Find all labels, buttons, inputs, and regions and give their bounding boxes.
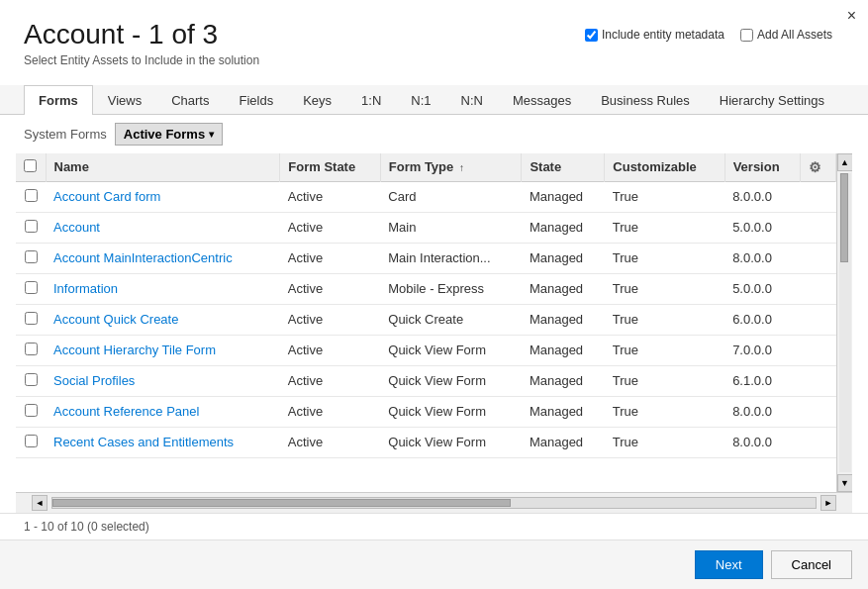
row-checkbox[interactable] <box>25 404 38 417</box>
row-customizable: True <box>605 273 724 304</box>
active-forms-dropdown[interactable]: Active Forms ▾ <box>115 123 223 146</box>
row-checkbox[interactable] <box>25 312 38 325</box>
row-name[interactable]: Account Quick Create <box>46 304 280 335</box>
row-form-type: Quick View Form <box>380 365 522 396</box>
toolbar: System Forms Active Forms ▾ <box>0 115 868 153</box>
th-customizable[interactable]: Customizable <box>605 153 724 182</box>
tab-messages[interactable]: Messages <box>498 85 586 115</box>
row-checkbox[interactable] <box>25 343 38 355</box>
horizontal-scrollbar[interactable]: ◄ ► <box>16 492 852 513</box>
row-checkbox[interactable] <box>25 281 38 294</box>
row-checkbox-cell[interactable] <box>16 181 46 212</box>
close-button[interactable]: × <box>847 8 856 24</box>
table-container: Name Form State Form Type ↑ State Custom… <box>0 153 868 513</box>
tab-keys[interactable]: Keys <box>288 85 346 115</box>
row-state: Managed <box>522 181 605 212</box>
scroll-left-button[interactable]: ◄ <box>32 495 48 511</box>
row-gear-cell <box>801 427 836 457</box>
footer-count: 1 - 10 of 10 (0 selected) <box>0 513 868 540</box>
row-form-type: Quick View Form <box>380 396 522 427</box>
row-gear-cell <box>801 365 836 396</box>
add-all-assets-checkbox[interactable] <box>740 29 753 42</box>
row-name[interactable]: Account Reference Panel <box>46 396 280 427</box>
tab-charts[interactable]: Charts <box>156 85 224 115</box>
tab-forms[interactable]: Forms <box>24 85 93 115</box>
row-checkbox-cell[interactable] <box>16 365 46 396</box>
row-checkbox[interactable] <box>25 220 38 233</box>
dialog-header: Account - 1 of 3 Select Entity Assets to… <box>0 0 868 77</box>
row-version: 8.0.0.0 <box>724 243 800 273</box>
table-scroll-area[interactable]: Name Form State Form Type ↑ State Custom… <box>16 153 836 492</box>
system-forms-label: System Forms <box>24 127 107 142</box>
row-form-state: Active <box>280 365 380 396</box>
row-name[interactable]: Social Profiles <box>46 365 280 396</box>
cancel-button[interactable]: Cancel <box>771 550 852 579</box>
add-all-assets-checkbox-label[interactable]: Add All Assets <box>740 28 832 42</box>
tab-hierarchy-settings[interactable]: Hierarchy Settings <box>705 85 839 115</box>
th-gear[interactable]: ⚙ <box>801 153 836 182</box>
tab-n1[interactable]: N:1 <box>396 85 445 115</box>
row-customizable: True <box>605 396 724 427</box>
th-state[interactable]: State <box>522 153 605 182</box>
next-button[interactable]: Next <box>695 550 763 579</box>
row-name[interactable]: Account MainInteractionCentric <box>46 243 280 273</box>
row-name[interactable]: Information <box>46 273 280 304</box>
th-form-type[interactable]: Form Type ↑ <box>380 153 522 182</box>
scroll-right-button[interactable]: ► <box>820 495 836 511</box>
row-checkbox-cell[interactable] <box>16 243 46 273</box>
row-checkbox-cell[interactable] <box>16 396 46 427</box>
row-gear-cell <box>801 181 836 212</box>
row-name[interactable]: Account Hierarchy Tile Form <box>46 335 280 365</box>
row-form-state: Active <box>280 335 380 365</box>
row-form-type: Quick Create <box>380 304 522 335</box>
row-form-state: Active <box>280 243 380 273</box>
row-version: 7.0.0.0 <box>724 335 800 365</box>
row-form-type: Card <box>380 181 522 212</box>
tabs-bar: Forms Views Charts Fields Keys 1:N N:1 N… <box>0 85 868 115</box>
th-form-state[interactable]: Form State <box>280 153 380 182</box>
table-row: Account MainInteractionCentricActiveMain… <box>16 243 836 273</box>
row-version: 8.0.0.0 <box>724 181 800 212</box>
row-checkbox[interactable] <box>25 435 38 447</box>
row-form-type: Main Interaction... <box>380 243 522 273</box>
active-forms-label: Active Forms <box>124 127 205 142</box>
row-form-state: Active <box>280 396 380 427</box>
row-checkbox-cell[interactable] <box>16 427 46 457</box>
tab-fields[interactable]: Fields <box>224 85 288 115</box>
row-checkbox-cell[interactable] <box>16 304 46 335</box>
row-customizable: True <box>605 243 724 273</box>
row-state: Managed <box>522 304 605 335</box>
tab-nn[interactable]: N:N <box>446 85 498 115</box>
table-row: InformationActiveMobile - ExpressManaged… <box>16 273 836 304</box>
row-form-state: Active <box>280 427 380 457</box>
h-scroll-track <box>51 497 817 509</box>
row-checkbox-cell[interactable] <box>16 273 46 304</box>
row-form-type: Quick View Form <box>380 335 522 365</box>
row-version: 8.0.0.0 <box>724 427 800 457</box>
th-name[interactable]: Name <box>46 153 280 182</box>
table-row: Account Reference PanelActiveQuick View … <box>16 396 836 427</box>
row-checkbox[interactable] <box>25 189 38 202</box>
row-form-type: Mobile - Express <box>380 273 522 304</box>
scroll-down-button[interactable]: ▼ <box>837 474 853 492</box>
th-checkbox[interactable] <box>16 153 46 182</box>
include-metadata-checkbox-label[interactable]: Include entity metadata <box>585 28 724 42</box>
tab-views[interactable]: Views <box>93 85 156 115</box>
row-name[interactable]: Account <box>46 212 280 243</box>
select-all-checkbox[interactable] <box>24 159 37 172</box>
row-name[interactable]: Recent Cases and Entitlements <box>46 427 280 457</box>
row-checkbox[interactable] <box>25 250 38 263</box>
row-version: 5.0.0.0 <box>724 273 800 304</box>
table-row: AccountActiveMainManagedTrue5.0.0.0 <box>16 212 836 243</box>
th-version[interactable]: Version <box>724 153 800 182</box>
tab-1n[interactable]: 1:N <box>346 85 396 115</box>
tab-business-rules[interactable]: Business Rules <box>586 85 705 115</box>
include-metadata-checkbox[interactable] <box>585 29 598 42</box>
scroll-up-button[interactable]: ▲ <box>837 153 853 171</box>
dropdown-arrow-icon: ▾ <box>209 129 214 140</box>
row-name[interactable]: Account Card form <box>46 181 280 212</box>
vertical-scrollbar[interactable]: ▲ ▼ <box>836 153 852 492</box>
row-checkbox-cell[interactable] <box>16 335 46 365</box>
row-checkbox[interactable] <box>25 373 38 386</box>
row-checkbox-cell[interactable] <box>16 212 46 243</box>
